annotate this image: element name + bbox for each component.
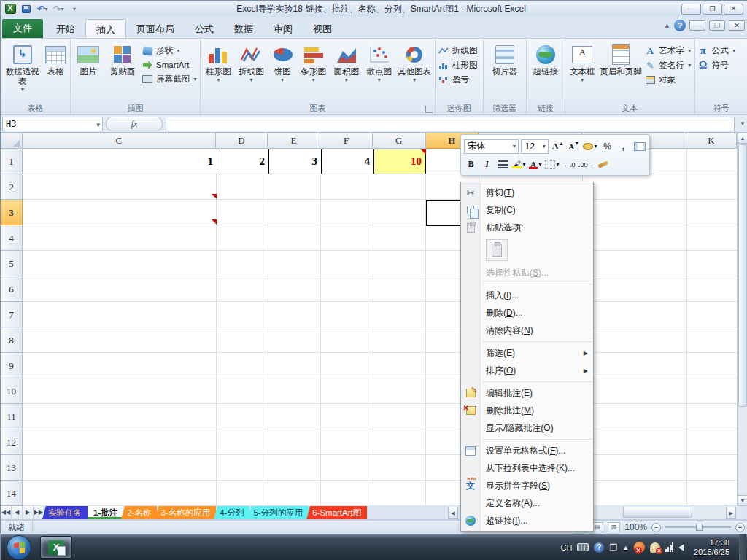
expand-formula-bar-icon[interactable]: ▼	[738, 120, 747, 127]
font-size-combo[interactable]: 12▼	[521, 139, 549, 154]
sparkline-winloss-button[interactable]: 盈亏	[438, 74, 478, 85]
tray-help-icon[interactable]: ?	[594, 542, 604, 553]
table-button[interactable]: 表格	[44, 42, 68, 103]
bold-button[interactable]: B	[464, 158, 478, 172]
menu-item-显示拼音字段[interactable]: wén文显示拼音字段(S)	[461, 477, 593, 494]
tab-formulas[interactable]: 公式	[185, 20, 224, 38]
minimize-button[interactable]: —	[681, 4, 701, 15]
name-box[interactable]: H3▼	[2, 117, 103, 131]
row-header-3[interactable]: 3	[1, 200, 23, 225]
prev-sheet-button[interactable]: ◀	[12, 506, 23, 519]
smartart-button[interactable]: SmartArt	[142, 60, 198, 70]
accounting-format-button[interactable]: ▼	[583, 139, 598, 154]
bar-chart-button[interactable]: 条形图▼	[298, 42, 329, 103]
menu-item-设置单元格格式[interactable]: 设置单元格格式(F)...	[461, 442, 593, 459]
first-sheet-button[interactable]: ◀◀	[1, 506, 12, 519]
signature-line-button[interactable]: ✎签名行▼	[644, 60, 692, 71]
line-chart-button[interactable]: 折线图▼	[236, 42, 267, 103]
qat-customize-button[interactable]: ▾	[68, 3, 81, 15]
header-footer-button[interactable]: 页眉和页脚	[599, 42, 643, 103]
menu-item-定义名称[interactable]: 定义名称(A)...	[461, 494, 593, 512]
row-header-12[interactable]: 12	[1, 429, 23, 455]
menu-item-复制[interactable]: 复制(C)	[461, 201, 593, 219]
clock[interactable]: 17:38 2015/6/25	[689, 538, 734, 557]
menu-item-筛选[interactable]: 筛选(E)▶	[461, 344, 593, 362]
sheet-tab-2-名称[interactable]: 2-名称	[121, 506, 157, 519]
row-header-5[interactable]: 5	[1, 251, 23, 276]
column-header-E[interactable]: E	[268, 133, 320, 149]
percent-style-button[interactable]: %	[600, 139, 614, 154]
zoom-level[interactable]: 100%	[624, 522, 647, 532]
paste-option-button[interactable]	[486, 239, 508, 261]
restore-button[interactable]: ❐	[703, 4, 722, 15]
zoom-in-button[interactable]: +	[735, 523, 745, 532]
menu-item-插入[interactable]: 插入(I)...	[461, 287, 593, 304]
redo-button[interactable]: ↷▾	[52, 3, 65, 15]
symbol-button[interactable]: Ω符号	[697, 60, 737, 71]
column-header-G[interactable]: G	[373, 133, 426, 149]
cell-D1[interactable]: 2	[217, 149, 270, 174]
insert-function-button[interactable]: fx	[106, 117, 163, 131]
tray-security-icon[interactable]	[634, 542, 645, 553]
tab-insert[interactable]: 插入	[85, 19, 126, 38]
close-button[interactable]: ✕	[724, 4, 743, 15]
hyperlink-button[interactable]: 超链接	[529, 42, 562, 103]
slicer-button[interactable]: 切片器	[486, 42, 524, 103]
row-header-2[interactable]: 2	[1, 174, 23, 200]
italic-button[interactable]: I	[480, 158, 494, 172]
row-header-9[interactable]: 9	[1, 353, 23, 378]
zoom-slider-thumb[interactable]	[696, 524, 703, 531]
menu-item-显示/隐藏批注[interactable]: 显示/隐藏批注(O)	[461, 419, 593, 437]
shrink-font-button[interactable]: A▼	[567, 139, 581, 154]
scatter-chart-button[interactable]: 散点图▼	[363, 42, 395, 103]
formula-input[interactable]	[166, 117, 735, 131]
column-header-D[interactable]: D	[216, 133, 268, 149]
menu-item-删除批注[interactable]: ✕删除批注(M)	[461, 402, 593, 419]
borders-button[interactable]: ▼	[545, 158, 560, 172]
shapes-button[interactable]: 形状▼	[142, 45, 198, 56]
screenshot-button[interactable]: 屏幕截图▼	[142, 74, 198, 85]
chevron-down-icon[interactable]: ▾	[61, 6, 63, 12]
cell-F1[interactable]: 4	[321, 149, 375, 174]
page-break-view-button[interactable]: ▥	[608, 522, 620, 532]
grow-font-button[interactable]: A▲	[551, 139, 565, 154]
format-painter-button[interactable]	[596, 158, 610, 172]
workbook-minimize-button[interactable]: —	[689, 20, 705, 31]
row-header-1[interactable]: 1	[1, 149, 23, 174]
cell-E1[interactable]: 3	[268, 149, 322, 174]
font-color-button[interactable]: A▼	[529, 158, 543, 172]
collapse-ribbon-icon[interactable]: ▲	[664, 22, 670, 29]
taskbar-excel-button[interactable]: X	[40, 536, 72, 559]
object-button[interactable]: 对象	[644, 74, 692, 85]
equation-button[interactable]: π公式▼	[697, 45, 737, 56]
row-header-13[interactable]: 13	[1, 455, 23, 481]
workbook-close-button[interactable]: ✕	[729, 20, 745, 31]
picture-button[interactable]: 图片	[73, 42, 104, 103]
next-sheet-button[interactable]: ▶	[23, 506, 34, 519]
merge-center-button[interactable]	[632, 139, 646, 154]
pie-chart-button[interactable]: 饼图▼	[268, 42, 296, 103]
other-charts-button[interactable]: 其他图表▼	[396, 42, 433, 103]
menu-item-从下拉列表中选择[interactable]: 从下拉列表中选择(K)...	[461, 459, 593, 477]
show-desktop-button[interactable]	[739, 534, 746, 560]
horizontal-scroll-thumb[interactable]	[623, 507, 692, 518]
row-header-7[interactable]: 7	[1, 302, 23, 327]
last-sheet-button[interactable]: ▶▶	[34, 506, 44, 519]
zoom-slider[interactable]	[665, 526, 731, 528]
row-header-4[interactable]: 4	[1, 225, 23, 251]
sheet-tab-3-名称的应用[interactable]: 3-名称的应用	[155, 506, 216, 519]
comma-style-button[interactable]: ,	[616, 139, 630, 154]
tab-view[interactable]: 视图	[303, 20, 342, 38]
keyboard-icon[interactable]	[577, 543, 589, 551]
tab-home[interactable]: 开始	[46, 20, 85, 38]
sheet-tab-1-批注[interactable]: 1-批注	[88, 506, 123, 519]
column-chart-button[interactable]: 柱形图▼	[203, 42, 234, 103]
chevron-down-icon[interactable]: ▾	[44, 6, 47, 12]
menu-item-排序[interactable]: 排序(O)▶	[461, 362, 593, 379]
menu-item-编辑批注[interactable]: ✎编辑批注(E)	[461, 384, 593, 402]
vertical-scrollbar[interactable]: ▲ ▼	[737, 133, 747, 506]
workbook-restore-button[interactable]: ❐	[709, 20, 725, 31]
tray-alert-icon[interactable]	[650, 542, 660, 553]
scroll-up-icon[interactable]: ▲	[738, 133, 747, 144]
select-all-corner[interactable]	[1, 133, 23, 149]
